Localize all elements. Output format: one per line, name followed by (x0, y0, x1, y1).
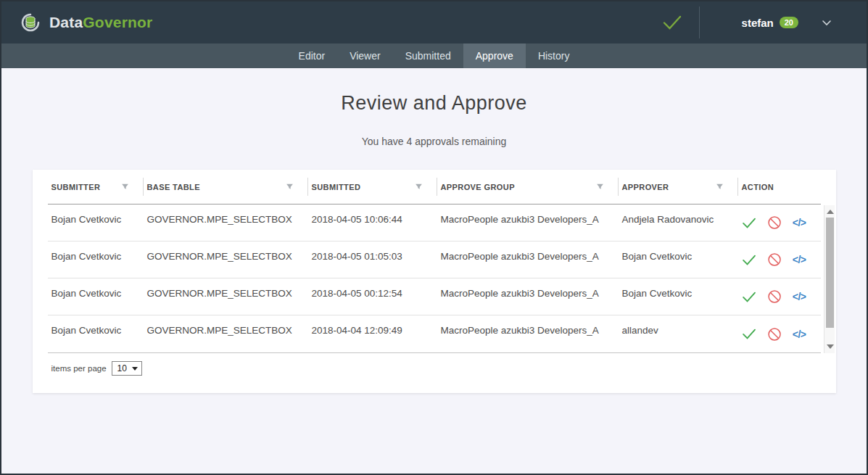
cell-submitted: 2018-04-04 12:09:49 (308, 315, 437, 352)
cell-base-table: GOVERNOR.MPE_SELECTBOX (144, 205, 308, 241)
filter-icon[interactable] (716, 183, 724, 191)
column-header: APPROVE GROUP (437, 170, 619, 204)
column-label: APPROVER (622, 183, 669, 191)
column-label: SUBMITTER (51, 183, 101, 191)
cell-submitted: 2018-04-05 00:12:54 (308, 278, 437, 315)
column-label: APPROVE GROUP (441, 183, 515, 191)
view-code-icon[interactable]: </> (793, 329, 806, 340)
cell-action: </> (738, 241, 821, 278)
filter-icon[interactable] (286, 183, 294, 191)
view-code-icon[interactable]: </> (793, 217, 806, 228)
table-row: Bojan Cvetkovic GOVERNOR.MPE_SELECTBOX 2… (48, 241, 821, 278)
topbar-divider (699, 7, 700, 38)
items-per-page-value: 10 (117, 363, 127, 373)
page-title: Review and Approve (1, 92, 867, 115)
scrollbar-thumb[interactable] (826, 218, 834, 328)
filter-icon[interactable] (121, 183, 129, 191)
table-body: Bojan Cvetkovic GOVERNOR.MPE_SELECTBOX 2… (48, 205, 821, 353)
app-window: DataGovernor stefan 20 Editor Viewer Sub… (0, 0, 868, 475)
filter-icon[interactable] (596, 183, 604, 191)
cell-approver: Bojan Cvetkovic (619, 241, 738, 278)
user-badge: 20 (780, 17, 798, 28)
column-label: BASE TABLE (147, 183, 200, 191)
column-label: ACTION (742, 183, 774, 191)
cell-submitter: Bojan Cvetkovic (48, 241, 144, 278)
view-code-icon[interactable]: </> (793, 254, 806, 265)
cell-submitter: Bojan Cvetkovic (48, 278, 144, 315)
approve-check-icon[interactable] (742, 327, 756, 341)
user-menu[interactable]: stefan 20 (742, 17, 798, 29)
brand-logo[interactable]: DataGovernor (19, 11, 152, 34)
approve-check-icon[interactable] (742, 253, 756, 267)
table-row: Bojan Cvetkovic GOVERNOR.MPE_SELECTBOX 2… (48, 278, 821, 315)
reject-prohibition-icon[interactable] (767, 326, 782, 343)
tab-approve[interactable]: Approve (463, 44, 526, 68)
cell-submitted: 2018-04-05 01:05:03 (308, 241, 437, 278)
filter-icon[interactable] (415, 183, 423, 191)
scroll-up-icon[interactable] (827, 210, 834, 214)
table-footer: items per page 10 (48, 353, 821, 376)
cell-action: </> (738, 205, 821, 241)
topbar-right: stefan 20 (661, 1, 867, 44)
topbar: DataGovernor stefan 20 (1, 1, 867, 44)
reject-prohibition-icon[interactable] (767, 251, 782, 268)
cell-submitter: Bojan Cvetkovic (48, 205, 144, 241)
tab-history[interactable]: History (526, 44, 582, 68)
column-header: ACTION (738, 170, 821, 204)
approve-check-icon[interactable] (742, 290, 756, 304)
table-row: Bojan Cvetkovic GOVERNOR.MPE_SELECTBOX 2… (48, 315, 821, 352)
cell-approve-group: MacroPeople azukbi3 Developers_A (437, 315, 619, 352)
approve-check-icon[interactable] (742, 216, 756, 230)
cell-approver: allandev (619, 315, 738, 352)
brand-name: DataGovernor (49, 14, 152, 31)
items-per-page-select[interactable]: 10 (112, 361, 142, 376)
cell-approve-group: MacroPeople azukbi3 Developers_A (437, 278, 619, 315)
cell-base-table: GOVERNOR.MPE_SELECTBOX (144, 315, 308, 352)
column-header: APPROVER (619, 170, 738, 204)
cell-submitted: 2018-04-05 10:06:44 (308, 205, 437, 241)
column-label: SUBMITTED (312, 183, 361, 191)
database-logo-icon (19, 11, 42, 34)
cell-base-table: GOVERNOR.MPE_SELECTBOX (144, 278, 308, 315)
scroll-down-icon[interactable] (827, 344, 834, 349)
table-header-row: SUBMITTER BASE TABLE SUBMITTED APPROVE G… (48, 170, 821, 205)
chevron-down-icon[interactable] (822, 20, 832, 26)
table-scrollbar[interactable] (824, 205, 835, 353)
select-dropdown-arrow-icon (132, 367, 138, 371)
cell-approver: Andjela Radovanovic (619, 205, 738, 241)
cell-approve-group: MacroPeople azukbi3 Developers_A (437, 205, 619, 241)
reject-prohibition-icon[interactable] (767, 214, 782, 231)
tab-submitted[interactable]: Submitted (393, 44, 463, 68)
cell-base-table: GOVERNOR.MPE_SELECTBOX (144, 241, 308, 278)
items-per-page-label: items per page (51, 364, 107, 373)
table-row: Bojan Cvetkovic GOVERNOR.MPE_SELECTBOX 2… (48, 205, 821, 241)
approvals-remaining-text: You have 4 approvals remaining (1, 136, 867, 147)
cell-action: </> (738, 278, 821, 315)
column-header: SUBMITTER (48, 170, 144, 204)
brand-prefix: Data (49, 14, 83, 30)
main-content: Review and Approve You have 4 approvals … (1, 92, 867, 393)
cell-approve-group: MacroPeople azukbi3 Developers_A (437, 241, 619, 278)
cell-approver: Bojan Cvetkovic (619, 278, 738, 315)
cell-submitter: Bojan Cvetkovic (48, 315, 144, 352)
cell-action: </> (738, 315, 821, 352)
view-code-icon[interactable]: </> (793, 291, 806, 302)
user-name: stefan (742, 17, 774, 29)
brand-suffix: Governor (83, 14, 152, 30)
column-header: SUBMITTED (308, 170, 437, 204)
approvals-table-card: SUBMITTER BASE TABLE SUBMITTED APPROVE G… (33, 170, 836, 393)
main-nav: Editor Viewer Submitted Approve History (1, 44, 867, 68)
column-header: BASE TABLE (144, 170, 308, 204)
reject-prohibition-icon[interactable] (767, 288, 782, 305)
tab-viewer[interactable]: Viewer (337, 44, 393, 68)
tab-editor[interactable]: Editor (286, 44, 338, 68)
header-check-icon[interactable] (661, 14, 683, 31)
